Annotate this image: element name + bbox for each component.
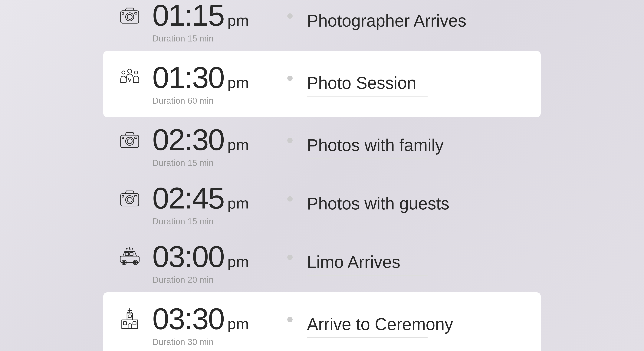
time-area-photo-session: 01:30 pm Duration 60 min <box>152 62 249 106</box>
timeline-row-photographer-arrives: 01:15 pm Duration 15 min Photographer Ar… <box>114 0 530 51</box>
svg-rect-28 <box>122 320 138 328</box>
svg-point-6 <box>122 71 125 74</box>
time-display-photo-session: 01:30 pm <box>152 62 249 92</box>
svg-point-2 <box>127 14 132 19</box>
left-section-photographer-arrives: 01:15 pm Duration 15 min <box>114 0 284 44</box>
duration-photographer-arrives: Duration 15 min <box>152 33 249 44</box>
time-ampm-photographer-arrives: pm <box>227 13 249 28</box>
svg-rect-29 <box>123 322 126 325</box>
icon-area-photos-with-guests <box>114 183 145 213</box>
svg-point-14 <box>126 196 134 204</box>
time-area-photographer-arrives: 01:15 pm Duration 15 min <box>152 0 249 44</box>
right-section-photo-session: Photo Session <box>296 62 530 96</box>
time-number-limo-arrives: 03:00 <box>152 242 224 272</box>
svg-rect-19 <box>125 252 128 256</box>
event-title-photos-with-guests: Photos with guests <box>307 194 530 213</box>
duration-photos-with-guests: Duration 15 min <box>152 216 249 226</box>
icon-area-photo-session <box>114 62 145 92</box>
event-title-photographer-arrives: Photographer Arrives <box>307 12 530 30</box>
time-number-photographer-arrives: 01:15 <box>152 0 224 30</box>
svg-rect-16 <box>134 196 137 197</box>
time-ampm-photo-session: pm <box>227 75 249 90</box>
time-ampm-photos-with-guests: pm <box>227 196 249 211</box>
dot-photos-with-guests <box>287 196 292 202</box>
right-section-photos-with-family: Photos with family <box>296 124 530 159</box>
event-underline-photo-session <box>307 96 428 96</box>
left-section-arrive-to-ceremony: 03:30 pm Duration 30 min <box>114 304 284 347</box>
event-underline-arrive-to-ceremony <box>307 338 428 338</box>
time-ampm-arrive-to-ceremony: pm <box>227 316 249 332</box>
dot-line-photo-session <box>284 62 296 81</box>
svg-point-9 <box>126 137 134 145</box>
time-area-arrive-to-ceremony: 03:30 pm Duration 30 min <box>152 304 249 347</box>
time-display-photos-with-guests: 02:45 pm <box>152 183 249 213</box>
svg-point-4 <box>122 13 124 14</box>
event-underline-photos-with-guests <box>307 217 428 217</box>
svg-point-5 <box>128 69 132 73</box>
event-underline-photographer-arrives <box>307 34 428 34</box>
left-section-limo-arrives: 03:00 pm Duration 20 min <box>114 242 284 285</box>
event-title-limo-arrives: Limo Arrives <box>307 253 530 272</box>
svg-rect-30 <box>133 322 136 325</box>
duration-arrive-to-ceremony: Duration 30 min <box>152 337 249 347</box>
event-underline-photos-with-family <box>307 158 428 159</box>
time-number-photos-with-guests: 02:45 <box>152 183 224 213</box>
timeline-row-arrive-to-ceremony: 03:30 pm Duration 30 min Arrive to Cerem… <box>103 292 541 351</box>
right-section-photographer-arrives: Photographer Arrives <box>296 0 530 34</box>
dot-line-photos-with-family <box>284 124 296 143</box>
svg-point-15 <box>127 197 132 202</box>
time-display-photos-with-family: 02:30 pm <box>152 124 249 155</box>
duration-limo-arrives: Duration 20 min <box>152 275 249 285</box>
left-section-photo-session: 01:30 pm Duration 60 min <box>114 62 284 106</box>
dot-limo-arrives <box>287 255 292 260</box>
timeline-row-limo-arrives: 03:00 pm Duration 20 min Limo Arrives <box>114 234 530 292</box>
icon-area-photographer-arrives <box>114 0 145 30</box>
timeline-container: 01:15 pm Duration 15 min Photographer Ar… <box>114 0 530 351</box>
dot-photo-session <box>287 76 292 81</box>
timeline-row-photo-session: 01:30 pm Duration 60 min Photo Session <box>103 51 541 117</box>
dot-photos-with-family <box>287 138 292 143</box>
svg-point-7 <box>134 71 138 74</box>
left-section-photos-with-guests: 02:45 pm Duration 15 min <box>114 183 284 226</box>
time-ampm-photos-with-family: pm <box>227 138 249 152</box>
dot-photographer-arrives <box>287 14 292 19</box>
time-display-photographer-arrives: 01:15 pm <box>152 0 249 30</box>
icon-area-arrive-to-ceremony <box>114 304 145 334</box>
dot-arrive-to-ceremony <box>287 317 292 322</box>
right-section-arrive-to-ceremony: Arrive to Ceremony <box>296 304 530 338</box>
svg-rect-20 <box>130 252 133 256</box>
dot-line-limo-arrives <box>284 242 296 260</box>
time-area-photos-with-guests: 02:45 pm Duration 15 min <box>152 183 249 226</box>
right-section-photos-with-guests: Photos with guests <box>296 183 530 217</box>
svg-point-12 <box>122 137 124 139</box>
time-display-limo-arrives: 03:00 pm <box>152 242 249 272</box>
dot-line-photographer-arrives <box>284 0 296 19</box>
duration-photos-with-family: Duration 15 min <box>152 158 249 168</box>
event-title-arrive-to-ceremony: Arrive to Ceremony <box>307 315 530 334</box>
time-number-arrive-to-ceremony: 03:30 <box>152 304 224 334</box>
icon-area-limo-arrives <box>114 242 145 272</box>
time-ampm-limo-arrives: pm <box>227 254 249 270</box>
event-title-photos-with-family: Photos with family <box>307 136 530 154</box>
event-underline-limo-arrives <box>307 275 428 276</box>
icon-area-photos-with-family <box>114 124 145 155</box>
time-display-arrive-to-ceremony: 03:30 pm <box>152 304 249 334</box>
svg-point-17 <box>122 196 124 197</box>
dot-line-photos-with-guests <box>284 183 296 202</box>
svg-rect-31 <box>128 315 132 318</box>
svg-point-10 <box>127 139 132 144</box>
right-section-limo-arrives: Limo Arrives <box>296 242 530 276</box>
svg-rect-11 <box>134 137 137 138</box>
svg-rect-3 <box>134 13 137 14</box>
event-title-photo-session: Photo Session <box>307 74 530 92</box>
time-number-photo-session: 01:30 <box>152 62 224 92</box>
time-area-limo-arrives: 03:00 pm Duration 20 min <box>152 242 249 285</box>
time-number-photos-with-family: 02:30 <box>152 124 224 155</box>
time-area-photos-with-family: 02:30 pm Duration 15 min <box>152 124 249 168</box>
duration-photo-session: Duration 60 min <box>152 96 249 106</box>
dot-line-arrive-to-ceremony <box>284 304 296 322</box>
timeline-row-photos-with-guests: 02:45 pm Duration 15 min Photos with gue… <box>114 176 530 234</box>
timeline-row-photos-with-family: 02:30 pm Duration 15 min Photos with fam… <box>114 117 530 176</box>
svg-point-1 <box>126 13 134 21</box>
left-section-photos-with-family: 02:30 pm Duration 15 min <box>114 124 284 168</box>
